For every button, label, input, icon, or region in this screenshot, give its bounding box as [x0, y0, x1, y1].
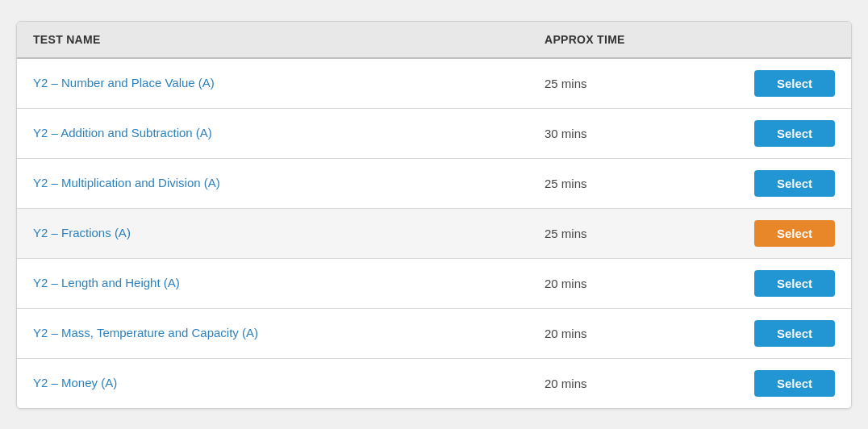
- approx-time-cell: 20 mins: [545, 327, 706, 340]
- test-name-link[interactable]: Y2 – Mass, Temperature and Capacity (A): [33, 326, 258, 339]
- select-button-cell: Select: [706, 320, 835, 347]
- table-row: Y2 – Length and Height (A)20 minsSelect: [17, 259, 851, 309]
- select-button-cell: Select: [706, 220, 835, 247]
- approx-time-cell: 20 mins: [545, 277, 706, 290]
- table-row: Y2 – Number and Place Value (A)25 minsSe…: [17, 59, 851, 109]
- test-name-cell: Y2 – Money (A): [33, 376, 545, 390]
- table-row: Y2 – Money (A)20 minsSelect: [17, 359, 851, 408]
- select-button[interactable]: Select: [754, 170, 835, 197]
- test-name-cell: Y2 – Length and Height (A): [33, 276, 545, 290]
- table-row: Y2 – Addition and Subtraction (A)30 mins…: [17, 109, 851, 159]
- select-button[interactable]: Select: [754, 120, 835, 147]
- test-name-link[interactable]: Y2 – Money (A): [33, 376, 117, 389]
- table-body: Y2 – Number and Place Value (A)25 minsSe…: [17, 59, 851, 408]
- table-row: Y2 – Fractions (A)25 minsSelect: [17, 209, 851, 259]
- approx-time-cell: 25 mins: [545, 177, 706, 190]
- select-button[interactable]: Select: [754, 370, 835, 397]
- test-name-link[interactable]: Y2 – Fractions (A): [33, 226, 131, 239]
- table-header: TEST NAME APPROX TIME: [17, 22, 851, 59]
- header-test-name: TEST NAME: [33, 33, 545, 46]
- test-name-cell: Y2 – Mass, Temperature and Capacity (A): [33, 326, 545, 340]
- test-name-link[interactable]: Y2 – Length and Height (A): [33, 276, 180, 289]
- select-button-cell: Select: [706, 70, 835, 97]
- table-row: Y2 – Multiplication and Division (A)25 m…: [17, 159, 851, 209]
- test-name-cell: Y2 – Addition and Subtraction (A): [33, 126, 545, 140]
- header-action: [706, 33, 835, 46]
- select-button[interactable]: Select: [754, 320, 835, 347]
- header-approx-time: APPROX TIME: [545, 33, 706, 46]
- test-selection-table: TEST NAME APPROX TIME Y2 – Number and Pl…: [16, 21, 852, 409]
- test-name-link[interactable]: Y2 – Number and Place Value (A): [33, 76, 215, 90]
- select-button-cell: Select: [706, 120, 835, 147]
- select-button[interactable]: Select: [754, 220, 835, 247]
- approx-time-cell: 25 mins: [545, 227, 706, 240]
- select-button-cell: Select: [706, 370, 835, 397]
- select-button[interactable]: Select: [754, 70, 835, 97]
- approx-time-cell: 25 mins: [545, 77, 706, 90]
- test-name-cell: Y2 – Fractions (A): [33, 226, 545, 240]
- test-name-link[interactable]: Y2 – Multiplication and Division (A): [33, 176, 220, 190]
- select-button-cell: Select: [706, 270, 835, 297]
- test-name-link[interactable]: Y2 – Addition and Subtraction (A): [33, 126, 212, 140]
- test-name-cell: Y2 – Multiplication and Division (A): [33, 176, 545, 190]
- test-name-cell: Y2 – Number and Place Value (A): [33, 76, 545, 90]
- table-row: Y2 – Mass, Temperature and Capacity (A)2…: [17, 309, 851, 359]
- select-button-cell: Select: [706, 170, 835, 197]
- approx-time-cell: 30 mins: [545, 127, 706, 140]
- select-button[interactable]: Select: [754, 270, 835, 297]
- approx-time-cell: 20 mins: [545, 377, 706, 390]
